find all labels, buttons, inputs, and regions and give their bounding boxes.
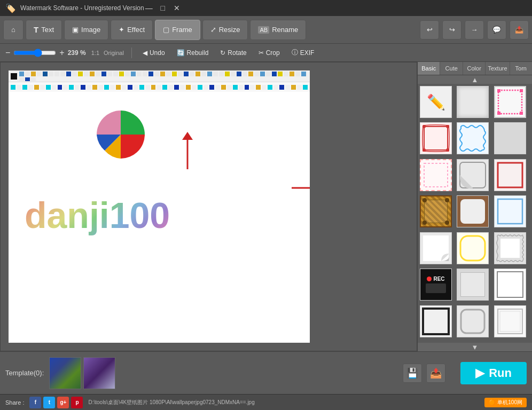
pinterest-share-button[interactable]: p bbox=[71, 397, 83, 408]
rename-button[interactable]: AB Rename bbox=[250, 20, 306, 40]
frame-item-pink-inner[interactable] bbox=[420, 159, 452, 191]
zoom-original-label: Original bbox=[104, 50, 124, 56]
run-icon: ▶ bbox=[475, 366, 484, 380]
file-path: D:\tools\桌面\4K壁纸图片 1080P\Al\wallpaperjpg… bbox=[88, 399, 479, 406]
main-toolbar: ⌂ T Text ▣ Image ✦ Effect ▢ Frame ⤢ Resi… bbox=[0, 16, 532, 44]
forward-button[interactable]: → bbox=[465, 20, 484, 40]
effect-button[interactable]: ✦ Effect bbox=[111, 20, 153, 40]
tab-texture[interactable]: Texture bbox=[486, 62, 510, 75]
rebuild-icon: 🔄 bbox=[177, 49, 185, 57]
crop-label: Crop bbox=[266, 49, 280, 57]
frame-item-rec[interactable]: REC bbox=[420, 269, 452, 301]
frame-item-blank[interactable]: ✏️ bbox=[420, 86, 452, 118]
exif-label: EXIF bbox=[300, 49, 315, 57]
close-button[interactable]: ✕ bbox=[172, 3, 182, 13]
frame-item-curl[interactable] bbox=[420, 232, 452, 264]
googleplus-share-button[interactable]: g+ bbox=[57, 397, 69, 408]
undo-label: Undo bbox=[150, 49, 165, 57]
frame-label: Frame bbox=[172, 26, 192, 34]
zoom-minus-button[interactable]: − bbox=[5, 48, 10, 58]
title-text: Watermark Software - Unregistered Versio… bbox=[20, 4, 144, 12]
frame-item-red-ornate[interactable] bbox=[420, 122, 452, 154]
svg-point-9 bbox=[423, 125, 426, 128]
arrow-annotation-right bbox=[286, 177, 310, 200]
svg-rect-5 bbox=[497, 89, 500, 92]
separator bbox=[131, 48, 132, 58]
frame-grid: ✏️ bbox=[418, 84, 532, 343]
frame-item-gray-soft[interactable] bbox=[457, 159, 489, 191]
redo-button[interactable]: ↪ bbox=[442, 20, 461, 40]
template-thumb-2[interactable] bbox=[83, 357, 115, 389]
frame-button[interactable]: ▢ Frame bbox=[155, 20, 200, 40]
frame-item-white-line[interactable] bbox=[494, 305, 526, 337]
tab-torn[interactable]: Torn bbox=[510, 62, 532, 75]
frame-item-shadow[interactable] bbox=[457, 86, 489, 118]
export-button[interactable]: 📤 bbox=[426, 364, 445, 383]
rebuild-button[interactable]: 🔄 Rebuild bbox=[174, 48, 212, 58]
minimize-button[interactable]: — bbox=[144, 3, 154, 13]
app-icon: 🏷️ bbox=[5, 3, 16, 13]
save-template-button[interactable]: 💾 bbox=[403, 364, 422, 383]
frame-item-brown-round[interactable] bbox=[457, 195, 489, 227]
effect-icon: ✦ bbox=[119, 26, 124, 34]
frame-item-gray-sq[interactable] bbox=[494, 122, 526, 154]
scroll-up-button[interactable]: ▲ bbox=[418, 75, 532, 84]
frame-item-white-sq[interactable] bbox=[494, 269, 526, 301]
rebuild-label: Rebuild bbox=[187, 49, 209, 57]
bottom-actions: 💾 📤 ▶ Run bbox=[403, 362, 527, 384]
home-button[interactable]: ⌂ bbox=[3, 20, 24, 40]
share-label: Share : bbox=[5, 399, 24, 406]
svg-rect-22 bbox=[498, 309, 522, 334]
image-button[interactable]: ▣ Image bbox=[64, 20, 108, 40]
exif-button[interactable]: ⓘ EXIF bbox=[288, 47, 318, 58]
svg-rect-23 bbox=[500, 311, 520, 332]
frame-item-blue-wavy[interactable] bbox=[457, 122, 489, 154]
resize-label: Resize bbox=[219, 26, 240, 34]
tab-basic[interactable]: Basic bbox=[418, 62, 440, 75]
site-label: 单机100网 bbox=[497, 399, 522, 406]
maximize-button[interactable]: □ bbox=[158, 3, 168, 13]
undo-action-button[interactable]: ◀ Undo bbox=[139, 48, 168, 58]
frame-item-yellow-round[interactable] bbox=[457, 232, 489, 264]
svg-rect-16 bbox=[498, 199, 522, 224]
resize-button[interactable]: ⤢ Resize bbox=[202, 20, 248, 40]
zoom-slider[interactable] bbox=[13, 49, 56, 57]
crop-icon: ✂ bbox=[259, 49, 264, 57]
zoom-controls: − + 239 % 1:1 Original bbox=[5, 48, 124, 58]
facebook-share-button[interactable]: f bbox=[29, 397, 41, 408]
template-thumb-1[interactable] bbox=[49, 357, 81, 389]
frame-item-pink-corner[interactable] bbox=[494, 86, 526, 118]
tab-color[interactable]: Color bbox=[463, 62, 486, 75]
svg-rect-8 bbox=[520, 112, 523, 115]
rotate-icon: ↻ bbox=[220, 49, 225, 57]
frame-item-black-thick[interactable] bbox=[420, 305, 452, 337]
template-label: Template(0): bbox=[5, 369, 44, 377]
scroll-down-button[interactable]: ▼ bbox=[418, 343, 532, 351]
image-icon: ▣ bbox=[72, 26, 79, 34]
tab-cute[interactable]: Cute bbox=[440, 62, 463, 75]
crop-button[interactable]: ✂ Crop bbox=[255, 48, 283, 58]
frame-item-blue-thin[interactable] bbox=[494, 195, 526, 227]
svg-rect-17 bbox=[460, 236, 485, 261]
frame-item-gray-rounded2[interactable] bbox=[457, 305, 489, 337]
frame-item-wood[interactable] bbox=[420, 195, 452, 227]
canvas-white-area[interactable]: danji100 bbox=[9, 92, 310, 279]
export-button[interactable]: 📤 bbox=[510, 20, 529, 40]
canvas-bg: danji100 bbox=[9, 70, 310, 343]
run-button[interactable]: ▶ Run bbox=[460, 362, 527, 384]
canvas-area[interactable]: danji100 bbox=[0, 62, 417, 351]
watermark-text: danji100 bbox=[25, 194, 170, 236]
undo-button[interactable]: ↩ bbox=[420, 20, 439, 40]
home-icon: ⌂ bbox=[11, 26, 15, 34]
frame-item-gray-modern[interactable] bbox=[457, 269, 489, 301]
twitter-share-button[interactable]: t bbox=[43, 397, 55, 408]
svg-rect-6 bbox=[520, 89, 523, 92]
frame-item-stamp[interactable] bbox=[494, 232, 526, 264]
text-button[interactable]: T Text bbox=[26, 20, 62, 40]
zoom-plus-button[interactable]: + bbox=[59, 48, 64, 58]
canvas-border-top bbox=[9, 70, 310, 82]
frame-item-red-simple[interactable] bbox=[494, 159, 526, 191]
dot-pattern-row bbox=[19, 72, 310, 81]
chat-button[interactable]: 💬 bbox=[487, 20, 506, 40]
rotate-button[interactable]: ↻ Rotate bbox=[217, 48, 249, 58]
